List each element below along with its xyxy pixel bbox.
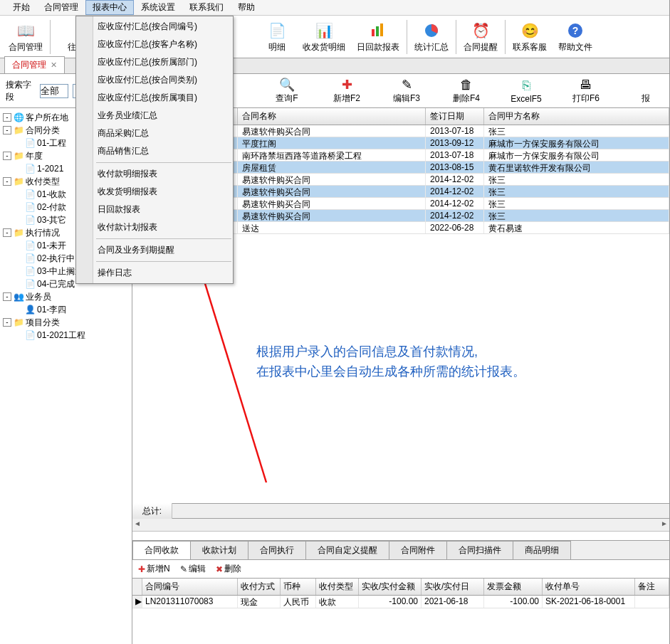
bottom-toolbar: ✚新增N ✎编辑 ✖删除 (132, 560, 669, 579)
tab-contract-manage[interactable]: 合同管理 ✕ (4, 56, 65, 73)
menu-item[interactable]: 收付款计划报表 (76, 218, 233, 236)
h-scrollbar[interactable] (132, 519, 669, 532)
menu-item[interactable]: 应收应付汇总(按客户名称) (76, 36, 233, 53)
tb-shipping-detail[interactable]: 📊 收发货明细 (297, 19, 351, 56)
person-icon: 👤 (24, 305, 36, 315)
menu-item[interactable]: 商品销售汇总 (76, 142, 233, 160)
tree-node[interactable]: 📄01-2021工程 (1, 329, 130, 342)
btn-add[interactable]: ✚新增F2 (329, 77, 365, 105)
bbtn-delete[interactable]: ✖删除 (216, 563, 241, 575)
bcol-currency[interactable]: 币种 (281, 579, 316, 595)
menu-item[interactable]: 日回款报表 (76, 201, 233, 218)
bottom-row[interactable]: ▶ LN201311070083 现金 人民币 收款 -100.00 2021-… (132, 596, 669, 608)
menu-settings[interactable]: 系统设置 (134, 0, 182, 15)
page-icon: 📄 (24, 202, 36, 212)
bcol-slip[interactable]: 收付单号 (543, 579, 635, 595)
menu-item[interactable]: 应收应付汇总(按合同编号) (76, 18, 233, 36)
tb-help-file[interactable]: ? 帮助文件 (553, 19, 598, 56)
bars-icon (368, 21, 388, 41)
col-contract-name[interactable]: 合同名称 (238, 108, 426, 125)
print-icon: 🖶 (580, 77, 592, 93)
report-center-dropdown: 应收应付汇总(按合同编号)应收应付汇总(按客户名称)应收应付汇总(按所属部门)应… (75, 16, 234, 284)
tree-label: 04-已完成 (37, 278, 75, 290)
menu-help[interactable]: 帮助 (231, 0, 262, 15)
bcol-date[interactable]: 实收/实付日 (422, 579, 484, 595)
bcol-id[interactable]: 合同编号 (142, 579, 238, 595)
bcol-remark[interactable]: 备注 (635, 579, 669, 595)
tb-detail[interactable]: 📄 明细 (257, 19, 297, 56)
tree-toggle-icon[interactable]: - (3, 152, 11, 160)
help-icon: ? (565, 21, 585, 41)
sep-icon (50, 20, 51, 54)
btn-edit[interactable]: ✎编辑F3 (389, 77, 424, 105)
tree-node[interactable]: -📁项目分类 (1, 316, 130, 329)
btab-plan[interactable]: 收款计划 (190, 541, 248, 559)
bbtn-edit[interactable]: ✎编辑 (180, 563, 206, 575)
search-field-label: 搜索字段 (6, 79, 36, 103)
btab-goods[interactable]: 商品明细 (513, 541, 571, 559)
tb-support[interactable]: 😊 联系客服 (507, 19, 553, 56)
svg-rect-1 (376, 26, 379, 36)
tree-label: 1-2021 (37, 162, 63, 175)
tree-node[interactable]: 👤01-李四 (1, 303, 130, 316)
doc-icon: 📄 (267, 21, 287, 41)
btab-receipt[interactable]: 合同收款 (132, 541, 191, 559)
col-sign-date[interactable]: 签订日期 (426, 108, 484, 125)
btn-delete[interactable]: 🗑删除F4 (449, 77, 484, 105)
menu-item[interactable]: 业务员业绩汇总 (76, 107, 233, 125)
menu-item[interactable]: 收发货明细报表 (76, 183, 233, 201)
clock-icon: ⏰ (471, 21, 491, 41)
menu-report-center[interactable]: 报表中心 (85, 0, 134, 15)
bcol-method[interactable]: 收付方式 (238, 579, 281, 595)
tree-toggle-icon[interactable]: - (3, 292, 11, 301)
btab-attach[interactable]: 合同附件 (389, 541, 447, 559)
menu-item[interactable]: 收付款明细报表 (76, 165, 233, 183)
globe-icon: 🌐 (13, 112, 24, 122)
tree-toggle-icon[interactable]: - (3, 113, 11, 122)
menu-item[interactable]: 应收应付汇总(按所属项目) (76, 89, 233, 107)
btab-scan[interactable]: 合同扫描件 (446, 541, 513, 559)
btn-query[interactable]: 🔍查询F (269, 77, 305, 105)
tb-stats-summary[interactable]: 统计汇总 (409, 19, 454, 56)
bcol-invoice[interactable]: 发票金额 (484, 579, 543, 595)
page-icon: 📄 (24, 266, 36, 276)
tree-toggle-icon[interactable]: - (3, 177, 11, 186)
tb-contract-remind[interactable]: ⏰ 合同提醒 (458, 19, 503, 56)
btab-exec[interactable]: 合同执行 (248, 541, 306, 559)
menu-start[interactable]: 开始 (6, 0, 37, 15)
sep-icon (407, 20, 407, 54)
btn-excel[interactable]: ⎘ExcelF5 (508, 78, 544, 104)
sep-icon (456, 20, 456, 54)
menu-item[interactable]: 商品采购汇总 (76, 125, 233, 142)
menu-item[interactable]: 应收应付汇总(按所属部门) (76, 53, 233, 71)
pencil-icon: ✎ (402, 77, 412, 93)
tb-daily-payback[interactable]: 日回款报表 (351, 19, 405, 56)
menu-item[interactable]: 合同及业务到期提醒 (76, 241, 233, 259)
folder-icon: 📁 (13, 317, 24, 327)
svg-rect-2 (380, 23, 383, 36)
bbtn-add[interactable]: ✚新增N (138, 563, 170, 575)
btab-custom-remind[interactable]: 合同自定义提醒 (305, 541, 389, 559)
row-marker-icon: ▶ (132, 596, 142, 608)
col-party-a[interactable]: 合同甲方名称 (484, 108, 669, 125)
tree-label: 01-未开 (37, 239, 66, 252)
tree-node[interactable]: -👥业务员 (1, 290, 130, 303)
menu-item[interactable]: 操作日志 (76, 264, 233, 282)
bcol-amount[interactable]: 实收/实付金额 (359, 579, 422, 595)
search-field-select[interactable] (40, 84, 68, 98)
tree-toggle-icon[interactable]: - (3, 126, 11, 134)
bcol-type[interactable]: 收付类型 (316, 579, 359, 595)
tree-label: 项目分类 (26, 316, 60, 329)
close-icon[interactable]: ✕ (51, 60, 57, 70)
tree-toggle-icon[interactable]: - (3, 228, 11, 237)
btn-report-trunc[interactable]: 报 (628, 77, 664, 105)
chart-icon: 📊 (314, 21, 334, 41)
excel-icon: ⎘ (523, 78, 530, 94)
btn-print[interactable]: 🖶打印F6 (568, 77, 604, 105)
tb-contract-manage[interactable]: 📖 合同管理 (3, 19, 48, 56)
menu-contract[interactable]: 合同管理 (37, 0, 85, 15)
menu-contact[interactable]: 联系我们 (182, 0, 231, 15)
menu-item[interactable]: 应收应付汇总(按合同类别) (76, 71, 233, 89)
tree-toggle-icon[interactable]: - (3, 318, 11, 327)
page-icon: 📄 (24, 241, 36, 250)
